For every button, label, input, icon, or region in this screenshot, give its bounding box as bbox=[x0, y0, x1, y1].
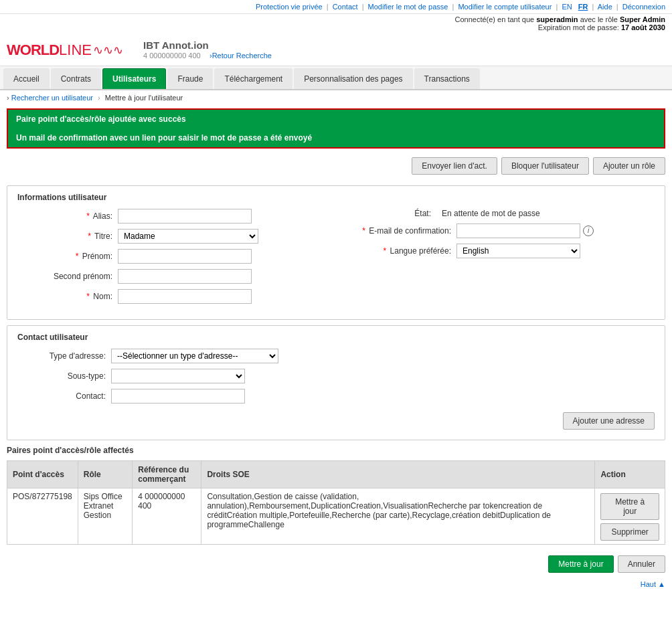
update-pair-button[interactable]: Mettre à jour bbox=[600, 493, 659, 520]
prenom-input[interactable] bbox=[118, 249, 252, 264]
nom-row: * Nom: bbox=[24, 289, 329, 304]
titre-row: * Titre: Madame Monsieur Autre bbox=[24, 229, 329, 244]
type-adresse-select[interactable]: --Sélectionner un type d'adresse-- bbox=[111, 349, 278, 363]
form-right: État: En attente de mot de passe * E-mai… bbox=[336, 209, 655, 309]
user-info-title: Informations utilisateur bbox=[17, 193, 655, 202]
merchant-id: 4 000000000 400 bbox=[143, 52, 201, 60]
sous-type-row: Sous-type: bbox=[17, 369, 655, 383]
cell-role: Sips Office Extranet Gestion bbox=[78, 488, 132, 545]
action-row: Envoyer lien d'act. Bloquer l'utilisateu… bbox=[0, 152, 672, 180]
cell-reference: 4 000000000 400 bbox=[133, 488, 201, 545]
cancel-button[interactable]: Annuler bbox=[618, 555, 665, 573]
prenom-row: * Prénom: bbox=[24, 249, 329, 264]
connected-info: Connecté(e) en tant que superadmin avec … bbox=[0, 14, 672, 34]
pairs-title: Paires point d'accès/rôle affectés bbox=[7, 446, 665, 455]
logo-line: LINE bbox=[59, 41, 92, 59]
type-label: Type d'adresse: bbox=[17, 351, 111, 361]
langue-row: * Langue préférée: English Français Deut… bbox=[343, 244, 648, 258]
cell-action: Mettre à jour Supprimer bbox=[595, 488, 665, 545]
second-prenom-row: Second prénom: bbox=[24, 269, 329, 284]
breadcrumb: › Rechercher un utilisateur › Mettre à j… bbox=[0, 90, 672, 105]
col-action: Action bbox=[595, 461, 665, 488]
cell-droits: Consultation,Gestion de caisse (validati… bbox=[201, 488, 595, 545]
nom-input[interactable] bbox=[118, 289, 252, 304]
back-link[interactable]: ›Retour Recherche bbox=[209, 52, 272, 60]
haut-link[interactable]: Haut ▲ bbox=[641, 580, 665, 588]
langue-label: * Langue préférée: bbox=[343, 246, 456, 256]
contact-input[interactable] bbox=[111, 389, 245, 404]
block-user-button[interactable]: Bloquer l'utilisateur bbox=[501, 157, 589, 175]
nav-fraude[interactable]: Fraude bbox=[167, 68, 213, 89]
alias-input[interactable] bbox=[118, 209, 252, 223]
send-activation-button[interactable]: Envoyer lien d'act. bbox=[412, 157, 497, 175]
nav-telechargement[interactable]: Téléchargement bbox=[214, 68, 292, 89]
user-role: Super Admin bbox=[620, 15, 665, 23]
header-area: WORLDLINE∿∿∿ IBT Annot.ion 4 000000000 4… bbox=[0, 34, 672, 66]
logo-waves: ∿∿∿ bbox=[93, 43, 123, 58]
pairs-table: Point d'accès Rôle Référence du commerça… bbox=[7, 460, 665, 545]
delete-pair-button[interactable]: Supprimer bbox=[600, 523, 659, 541]
success-msg-2: Un mail de confirmation avec un lien pou… bbox=[8, 128, 664, 147]
email-info-icon[interactable]: i bbox=[583, 226, 594, 236]
nav-utilisateurs[interactable]: Utilisateurs bbox=[102, 68, 166, 89]
nav-bar: Accueil Contrats Utilisateurs Fraude Tél… bbox=[0, 66, 672, 90]
lang-en-link[interactable]: EN bbox=[562, 3, 572, 11]
expiry-date: 17 août 2030 bbox=[621, 23, 665, 31]
alias-label: * Alias: bbox=[24, 211, 118, 221]
username: superadmin bbox=[536, 15, 578, 23]
email-row: * E-mail de confirmation: i bbox=[343, 223, 648, 238]
help-link[interactable]: Aide bbox=[598, 3, 612, 11]
col-role: Rôle bbox=[78, 461, 132, 488]
haut-section: Haut ▲ bbox=[0, 578, 672, 594]
add-address-row: Ajouter une adresse bbox=[17, 412, 655, 430]
etat-label: État: bbox=[343, 209, 436, 218]
header-center: IBT Annot.ion 4 000000000 400 ›Retour Re… bbox=[143, 39, 665, 60]
col-point-acces: Point d'accès bbox=[7, 461, 78, 488]
nav-personnalisation[interactable]: Personnalisation des pages bbox=[294, 68, 412, 89]
contact-link[interactable]: Contact bbox=[333, 3, 358, 11]
cell-point-acces: POS/872775198 bbox=[7, 488, 78, 545]
table-row: POS/872775198 Sips Office Extranet Gesti… bbox=[7, 488, 665, 545]
form-left: * Alias: * Titre: Madame Monsieur Autre … bbox=[17, 209, 336, 309]
success-msg-1: Paire point d'accès/rôle ajoutée avec su… bbox=[8, 110, 664, 128]
nav-transactions[interactable]: Transactions bbox=[414, 68, 480, 89]
logo-world: WORLD bbox=[7, 41, 59, 59]
bottom-row: Mettre à jour Annuler bbox=[0, 550, 672, 578]
type-adresse-row: Type d'adresse: --Sélectionner un type d… bbox=[17, 349, 655, 363]
nav-accueil[interactable]: Accueil bbox=[3, 68, 50, 89]
change-password-link[interactable]: Modifier le mot de passe bbox=[368, 3, 448, 11]
etat-value: En attente de mot de passe bbox=[442, 209, 540, 218]
contact-section: Contact utilisateur Type d'adresse: --Sé… bbox=[7, 325, 665, 440]
col-droits: Droits SOE bbox=[201, 461, 595, 488]
email-input[interactable] bbox=[456, 223, 580, 238]
logo: WORLDLINE∿∿∿ bbox=[7, 41, 123, 59]
contact-label: Contact: bbox=[17, 391, 111, 401]
logout-link[interactable]: Déconnexion bbox=[622, 3, 665, 11]
alias-row: * Alias: bbox=[24, 209, 329, 223]
success-box: Paire point d'accès/rôle ajoutée avec su… bbox=[7, 108, 665, 149]
connected-label: Connecté(e) en tant que bbox=[455, 15, 535, 23]
nav-contrats[interactable]: Contrats bbox=[51, 68, 101, 89]
privacy-link[interactable]: Protection vie privée bbox=[256, 3, 323, 11]
langue-select[interactable]: English Français Deutsch Español bbox=[456, 244, 580, 258]
etat-row: État: En attente de mot de passe bbox=[343, 209, 648, 218]
action-col: Mettre à jour Supprimer bbox=[600, 493, 659, 541]
add-role-button[interactable]: Ajouter un rôle bbox=[593, 157, 665, 175]
contact-row: Contact: bbox=[17, 389, 655, 404]
breadcrumb-search[interactable]: Rechercher un utilisateur bbox=[11, 94, 93, 102]
merchant-name: IBT Annot.ion bbox=[143, 39, 209, 51]
titre-label: * Titre: bbox=[24, 232, 118, 241]
pairs-section: Paires point d'accès/rôle affectés Point… bbox=[7, 446, 665, 545]
second-prenom-label: Second prénom: bbox=[24, 272, 118, 281]
titre-select[interactable]: Madame Monsieur Autre bbox=[118, 229, 258, 244]
second-prenom-input[interactable] bbox=[118, 269, 252, 284]
lang-fr-link[interactable]: FR bbox=[578, 3, 588, 11]
col-reference: Référence du commerçant bbox=[133, 461, 201, 488]
prenom-label: * Prénom: bbox=[24, 252, 118, 261]
change-account-link[interactable]: Modifier le compte utilisateur bbox=[458, 3, 552, 11]
update-button[interactable]: Mettre à jour bbox=[548, 555, 613, 573]
sous-type-select[interactable] bbox=[111, 369, 245, 383]
user-info-form: * Alias: * Titre: Madame Monsieur Autre … bbox=[17, 209, 655, 309]
user-info-section: Informations utilisateur * Alias: * Titr… bbox=[7, 185, 665, 320]
add-address-button[interactable]: Ajouter une adresse bbox=[563, 412, 655, 430]
